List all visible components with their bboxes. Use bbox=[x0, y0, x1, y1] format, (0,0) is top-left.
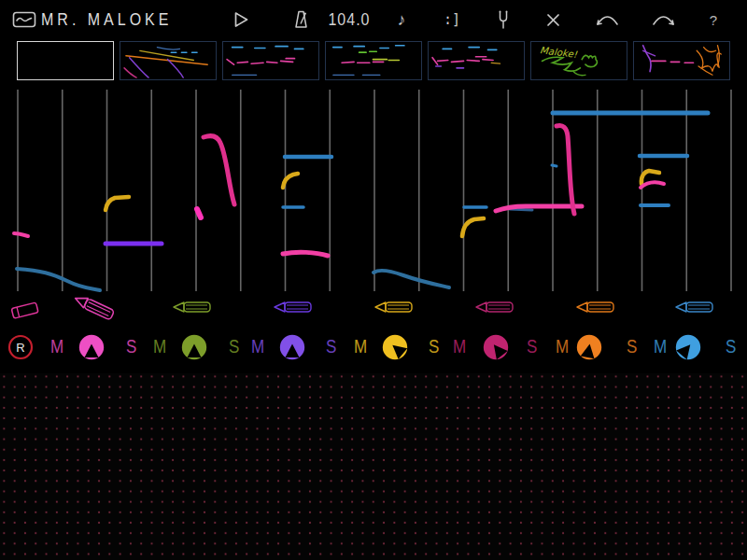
pencil-icon bbox=[673, 299, 716, 315]
thumbnail-page-6[interactable]: Maloke! bbox=[530, 41, 627, 80]
eraser-icon bbox=[7, 299, 43, 321]
metronome-button[interactable] bbox=[288, 0, 314, 39]
knob-icon bbox=[78, 334, 105, 360]
pencil-icon bbox=[171, 299, 214, 315]
eraser-tool[interactable] bbox=[7, 299, 43, 325]
mute-button-6[interactable]: M bbox=[556, 337, 569, 358]
knob-icon bbox=[382, 334, 408, 360]
mute-button-3[interactable]: M bbox=[251, 337, 264, 358]
pencil-tool-2[interactable] bbox=[171, 299, 214, 319]
volume-knob-3[interactable] bbox=[279, 334, 305, 360]
canvas-stroke bbox=[462, 218, 484, 236]
thumbnail-preview bbox=[18, 42, 112, 78]
thumbnail-page-4[interactable] bbox=[325, 41, 422, 80]
logo-button[interactable] bbox=[9, 0, 39, 39]
thumbnail-preview bbox=[429, 42, 523, 78]
pencil-icon bbox=[272, 299, 315, 315]
volume-knob-2[interactable] bbox=[181, 334, 207, 360]
canvas-stroke bbox=[106, 197, 129, 210]
solo-button-7[interactable]: S bbox=[726, 337, 736, 358]
volume-knob-4[interactable] bbox=[382, 334, 408, 360]
pencil-tool-1[interactable] bbox=[66, 288, 120, 329]
logo-wave-icon bbox=[12, 10, 36, 29]
close-button[interactable] bbox=[542, 0, 564, 39]
knob-icon bbox=[576, 334, 602, 360]
play-icon bbox=[233, 10, 249, 29]
canvas-stroke bbox=[374, 271, 449, 287]
thumbnail-page-2[interactable] bbox=[120, 41, 217, 80]
knob-icon bbox=[675, 334, 701, 360]
solo-button-5[interactable]: S bbox=[527, 337, 537, 358]
toolbar: MR. MALOKE 104.0 ♪ :] bbox=[0, 0, 747, 39]
canvas-stroke bbox=[14, 233, 28, 236]
redo-button[interactable] bbox=[648, 0, 678, 39]
thumbnail-page-7[interactable] bbox=[633, 41, 730, 80]
undo-icon bbox=[595, 12, 620, 28]
solo-button-4[interactable]: S bbox=[429, 337, 439, 358]
pencil-tool-6[interactable] bbox=[574, 299, 617, 319]
solo-button-3[interactable]: S bbox=[326, 337, 336, 358]
canvas-stroke bbox=[552, 165, 557, 166]
thumbnail-preview: Maloke! bbox=[531, 42, 626, 78]
mute-button-2[interactable]: M bbox=[153, 337, 166, 358]
volume-knob-1[interactable] bbox=[78, 334, 105, 360]
solo-button-6[interactable]: S bbox=[627, 337, 637, 358]
tool-strip bbox=[0, 295, 747, 325]
record-label: R bbox=[16, 341, 24, 355]
tuning-fork-icon bbox=[497, 9, 510, 30]
play-button[interactable] bbox=[228, 0, 254, 39]
pencil-icon bbox=[574, 299, 617, 315]
canvas-stroke bbox=[17, 269, 100, 290]
mute-button-4[interactable]: M bbox=[354, 337, 367, 358]
help-button[interactable]: ? bbox=[704, 0, 723, 39]
mute-button-1[interactable]: M bbox=[50, 337, 63, 358]
tuning-fork-button[interactable] bbox=[493, 0, 514, 39]
main-canvas[interactable] bbox=[0, 84, 747, 297]
pencil-tool-5[interactable] bbox=[473, 299, 516, 319]
pencil-icon bbox=[373, 299, 416, 315]
channel-strip: R MSMSMSMSMSMSMS bbox=[0, 327, 747, 370]
undo-button[interactable] bbox=[592, 0, 622, 39]
metronome-icon bbox=[293, 9, 309, 30]
knob-icon bbox=[279, 334, 305, 360]
tempo-display[interactable]: 104.0 bbox=[327, 0, 372, 41]
note-button[interactable]: ♪ bbox=[390, 0, 413, 39]
pencil-tool-4[interactable] bbox=[373, 299, 416, 319]
volume-knob-7[interactable] bbox=[675, 334, 701, 360]
canvas-surface[interactable] bbox=[0, 84, 747, 297]
knob-icon bbox=[483, 334, 509, 360]
canvas-stroke bbox=[283, 252, 328, 256]
canvas-stroke bbox=[641, 182, 664, 188]
solo-button-2[interactable]: S bbox=[229, 337, 239, 358]
redo-icon bbox=[651, 12, 676, 28]
touch-pad[interactable] bbox=[0, 373, 747, 560]
volume-knob-5[interactable] bbox=[483, 334, 509, 360]
pencil-icon bbox=[473, 299, 516, 315]
thumbnail-strip: Maloke! bbox=[0, 41, 747, 84]
close-icon bbox=[546, 13, 560, 27]
thumbnail-preview bbox=[223, 42, 317, 78]
thumbnail-preview bbox=[634, 42, 728, 78]
help-icon: ? bbox=[710, 12, 717, 28]
thumbnail-preview bbox=[120, 42, 215, 78]
thumbnail-page-5[interactable] bbox=[428, 41, 525, 80]
mute-button-5[interactable]: M bbox=[453, 337, 466, 358]
canvas-stroke bbox=[557, 125, 574, 214]
repeat-icon: :] bbox=[444, 11, 460, 28]
repeat-button[interactable]: :] bbox=[441, 0, 463, 39]
solo-button-1[interactable]: S bbox=[126, 337, 136, 358]
canvas-stroke bbox=[197, 209, 201, 217]
mute-button-7[interactable]: M bbox=[654, 337, 667, 358]
record-button[interactable]: R bbox=[7, 334, 34, 360]
thumbnail-preview bbox=[326, 42, 420, 78]
volume-knob-6[interactable] bbox=[576, 334, 602, 360]
thumbnail-page-1[interactable] bbox=[17, 41, 114, 80]
knob-icon bbox=[181, 334, 207, 360]
record-icon: R bbox=[7, 334, 34, 360]
pencil-tool-7[interactable] bbox=[673, 299, 716, 319]
pencil-tool-3[interactable] bbox=[272, 299, 315, 319]
canvas-stroke bbox=[204, 136, 234, 204]
app-title: MR. MALOKE bbox=[41, 0, 172, 42]
note-icon: ♪ bbox=[398, 10, 406, 30]
thumbnail-page-3[interactable] bbox=[222, 41, 319, 80]
